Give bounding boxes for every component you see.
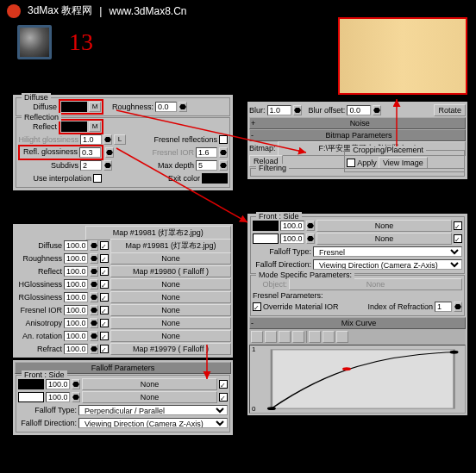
svg-rect-0 — [272, 350, 454, 408]
fior-spinner[interactable] — [219, 147, 228, 158]
map-slot[interactable]: None — [110, 278, 231, 290]
noise-hdr[interactable]: +Noise — [249, 117, 466, 129]
rgloss-input[interactable] — [79, 147, 101, 158]
f2-v2[interactable] — [280, 233, 304, 244]
override-lbl: Override Material IOR — [263, 302, 339, 311]
diffuse-map-btn[interactable]: M — [89, 102, 101, 112]
map-amount[interactable] — [64, 318, 88, 328]
apply-cb[interactable] — [347, 159, 355, 167]
map-enable[interactable] — [100, 319, 109, 327]
map-name: Reflect — [15, 267, 62, 276]
roughness-spinner[interactable] — [178, 102, 187, 112]
map-enable[interactable] — [100, 345, 109, 353]
f2-type[interactable]: Fresnel — [313, 246, 462, 257]
f2-v1[interactable] — [280, 221, 304, 231]
reflect-swatch[interactable] — [61, 121, 87, 132]
map-amount[interactable] — [64, 279, 88, 289]
f1-b1[interactable]: None — [82, 378, 217, 390]
l-btn[interactable]: L — [114, 134, 126, 145]
f1-swatch1[interactable] — [18, 379, 44, 389]
bluroff-input[interactable] — [347, 105, 371, 115]
map-amount[interactable] — [64, 331, 88, 341]
subdivs-spinner[interactable] — [103, 160, 112, 171]
roughness-input[interactable] — [155, 102, 177, 112]
reflect-label: Reflect — [18, 122, 57, 131]
mixcurve-hdr[interactable]: -Mix Curve — [249, 317, 466, 329]
fresnel-ior-label: Fresnel IOR — [152, 148, 194, 157]
ior-lbl: Index of Refraction — [367, 302, 433, 311]
map-amount[interactable] — [64, 253, 88, 264]
map-slot[interactable]: Map #19979 ( Falloff ) — [110, 343, 231, 355]
f2-cb1[interactable] — [454, 221, 462, 230]
curve-pan-icon[interactable] — [336, 331, 348, 343]
maxdepth-spinner[interactable] — [219, 160, 228, 171]
material-preview[interactable] — [17, 25, 52, 59]
f1-type[interactable]: Perpendicular / Parallel — [78, 405, 228, 415]
f1-cb1[interactable] — [219, 380, 228, 389]
map-enable[interactable] — [100, 293, 109, 302]
map-enable[interactable] — [100, 254, 109, 263]
map-amount[interactable] — [64, 266, 88, 277]
map-slot[interactable]: None — [110, 291, 231, 303]
f1-v2[interactable] — [46, 392, 70, 402]
map-slot[interactable]: Map #19981 (灯罩布2.jpg) — [110, 239, 231, 253]
f2-b2[interactable]: None — [316, 233, 452, 245]
curve-reset-icon[interactable] — [309, 331, 321, 343]
f2-swatch1[interactable] — [253, 221, 279, 231]
rgloss-spinner[interactable] — [105, 147, 114, 158]
fresnel-refl-check[interactable] — [219, 135, 228, 144]
f1-cb2[interactable] — [219, 393, 228, 401]
hgloss-spinner[interactable] — [103, 134, 112, 145]
map-slot[interactable]: None — [110, 304, 231, 316]
maxdepth-input[interactable] — [196, 160, 217, 171]
crop-grp: Cropping/Placement — [350, 146, 426, 154]
useinterp-check[interactable] — [93, 174, 102, 183]
curve-add-icon[interactable] — [279, 331, 291, 343]
subdivs-input[interactable] — [80, 160, 102, 171]
fparams-lbl: Fresnel Parameters: — [253, 291, 323, 300]
exitcolor-swatch[interactable] — [202, 173, 228, 184]
map-amount[interactable] — [64, 344, 88, 354]
hgloss-input[interactable] — [80, 134, 102, 145]
f2-swatch2[interactable] — [253, 233, 279, 244]
exitcolor-label: Exit color — [168, 174, 200, 183]
map-slot[interactable]: Map #19980 ( Falloff ) — [110, 265, 231, 277]
fresnel-ior-input[interactable] — [196, 147, 217, 158]
f1-dir[interactable]: Viewing Direction (Camera Z-Axis) — [78, 418, 228, 428]
f2-cb2[interactable] — [454, 234, 462, 243]
f2-b1[interactable]: None — [316, 220, 452, 232]
curve-del-icon[interactable] — [292, 331, 304, 343]
f1-type-lbl: Falloff Type: — [18, 406, 77, 414]
map-enable[interactable] — [100, 306, 109, 314]
f2-dir[interactable]: Viewing Direction (Camera Z-Axis) — [313, 259, 462, 270]
map-slot[interactable]: None — [110, 330, 231, 342]
diffuse-swatch[interactable] — [61, 102, 87, 112]
f1-b2[interactable]: None — [82, 391, 217, 403]
bluroff-lbl: Blur offset: — [309, 106, 346, 115]
map-enable[interactable] — [100, 332, 109, 340]
reflect-map-btn[interactable]: M — [89, 121, 101, 132]
curve-zoom-icon[interactable] — [323, 331, 335, 343]
ior-input[interactable] — [435, 302, 452, 312]
curve-scale-icon[interactable] — [265, 331, 277, 343]
map-slot[interactable]: None — [110, 317, 231, 329]
f1-swatch2[interactable] — [18, 392, 44, 402]
curve-editor[interactable]: 1 0 — [249, 345, 466, 414]
map-amount[interactable] — [64, 240, 88, 251]
map-name: RGlossiness — [15, 293, 62, 302]
map-slot[interactable]: None — [110, 252, 231, 265]
rotate-btn[interactable]: Rotate — [434, 104, 466, 116]
map-enable[interactable] — [100, 267, 109, 276]
curve-move-icon[interactable] — [251, 331, 263, 343]
bitmap-params-hdr[interactable]: -Bitmap Parameters — [249, 129, 466, 141]
f1-v1[interactable] — [46, 379, 70, 389]
map-enable[interactable] — [100, 280, 109, 289]
view-image-btn[interactable]: View Image — [379, 157, 428, 169]
map-enable[interactable] — [100, 241, 109, 250]
f2-dir-lbl: Falloff Direction: — [253, 260, 311, 269]
map-amount[interactable] — [64, 305, 88, 315]
subdivs-label: Subdivs — [18, 161, 78, 170]
blur-input[interactable] — [267, 105, 291, 115]
map-amount[interactable] — [64, 292, 88, 302]
override-cb[interactable] — [253, 302, 261, 311]
